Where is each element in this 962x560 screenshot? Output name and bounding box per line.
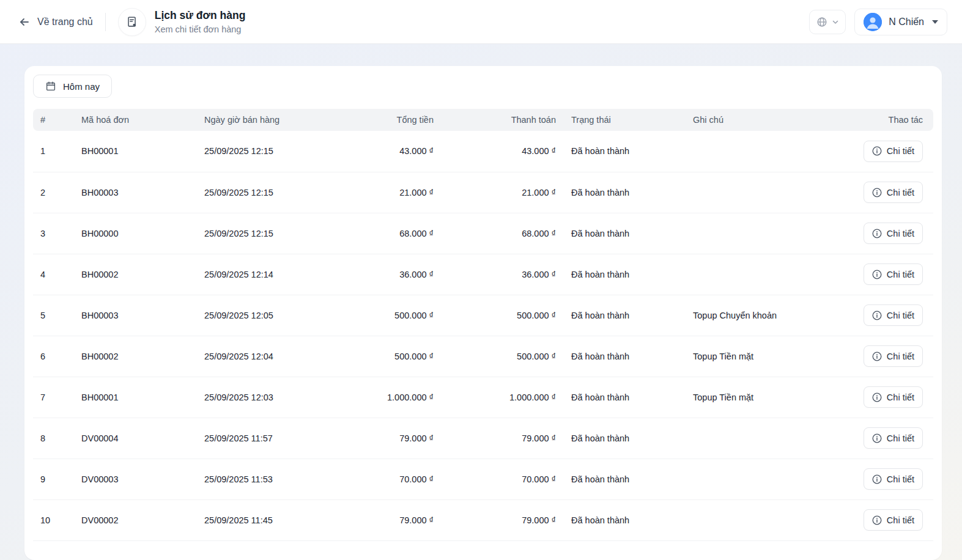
- detail-button-label: Chi tiết: [887, 146, 914, 156]
- row-invoice-code: BH00002: [81, 336, 204, 377]
- row-status: Đã hoàn thành: [556, 254, 693, 295]
- topbar: Về trang chủ Lịch sử đơn hàng Xem chi ti…: [0, 0, 962, 44]
- info-icon: [872, 270, 882, 279]
- row-total: 68.000 ₫: [385, 213, 434, 254]
- topbar-left: Về trang chủ Lịch sử đơn hàng Xem chi ti…: [18, 8, 245, 36]
- row-total: 79.000 ₫: [385, 418, 434, 459]
- row-total: 500.000 ₫: [385, 336, 434, 377]
- page-title-group: Lịch sử đơn hàng Xem chi tiết đơn hàng: [118, 8, 246, 36]
- row-note: Topup Tiền mặt: [693, 336, 853, 377]
- row-note: [693, 131, 853, 172]
- row-index: 6: [33, 336, 81, 377]
- row-invoice-code: DV00004: [81, 418, 204, 459]
- detail-button[interactable]: Chi tiết: [864, 427, 923, 449]
- row-note: [693, 213, 853, 254]
- info-icon: [872, 352, 882, 361]
- user-name: N Chiến: [889, 17, 924, 28]
- table-row: 3 BH00000 25/09/2025 12:15 68.000 ₫ 68.0…: [33, 213, 933, 254]
- detail-button[interactable]: Chi tiết: [864, 304, 923, 326]
- row-payment: 43.000 ₫: [434, 131, 556, 172]
- detail-button[interactable]: Chi tiết: [864, 468, 923, 490]
- col-note: Ghi chú: [693, 109, 853, 131]
- col-status: Trạng thái: [556, 109, 693, 131]
- invoice-icon-badge: [118, 8, 146, 36]
- table-row: 7 BH00001 25/09/2025 12:03 1.000.000 ₫ 1…: [33, 377, 933, 418]
- detail-button[interactable]: Chi tiết: [864, 509, 923, 531]
- table-header: # Mã hoá đơn Ngày giờ bán hàng Tổng tiền…: [33, 109, 933, 131]
- chevron-down-icon: [832, 18, 839, 26]
- row-datetime: 25/09/2025 11:45: [204, 499, 385, 540]
- language-selector[interactable]: [809, 10, 846, 34]
- detail-button[interactable]: Chi tiết: [864, 182, 923, 203]
- row-index: 1: [33, 131, 81, 172]
- row-datetime: 25/09/2025 11:57: [204, 418, 385, 459]
- row-total: 500.000 ₫: [385, 295, 434, 336]
- row-payment: 79.000 ₫: [434, 499, 556, 540]
- row-invoice-code: DV00003: [81, 459, 204, 499]
- row-note: Topup Tiền mặt: [693, 377, 853, 418]
- row-note: Topup Chuyển khoản: [693, 295, 853, 336]
- detail-button-label: Chi tiết: [887, 270, 914, 279]
- row-payment: 70.000 ₫: [434, 459, 556, 499]
- row-index: 9: [33, 459, 81, 499]
- row-invoice-code: BH00001: [81, 377, 204, 418]
- row-note: [693, 172, 853, 213]
- info-icon: [872, 515, 882, 525]
- order-history-card: Hôm nay # Mã hoá đơn Ngày giờ bán hàng T…: [24, 66, 942, 560]
- info-icon: [872, 188, 882, 197]
- detail-button-label: Chi tiết: [887, 392, 914, 402]
- date-filter-button[interactable]: Hôm nay: [33, 75, 112, 98]
- row-invoice-code: BH00001: [81, 131, 204, 172]
- col-total: Tổng tiền: [385, 109, 434, 131]
- row-note: [693, 254, 853, 295]
- row-invoice-code: BH00003: [81, 295, 204, 336]
- info-icon: [872, 311, 882, 320]
- detail-button[interactable]: Chi tiết: [864, 263, 923, 285]
- user-menu[interactable]: N Chiến: [854, 9, 947, 35]
- detail-button[interactable]: Chi tiết: [864, 386, 923, 408]
- detail-button-label: Chi tiết: [887, 515, 914, 525]
- row-invoice-code: BH00003: [81, 172, 204, 213]
- row-datetime: 25/09/2025 12:14: [204, 254, 385, 295]
- row-index: 4: [33, 254, 81, 295]
- avatar: [864, 13, 882, 31]
- col-action: Thao tác: [853, 109, 933, 131]
- info-icon: [872, 474, 882, 484]
- detail-button-label: Chi tiết: [887, 433, 914, 443]
- row-index: 8: [33, 418, 81, 459]
- row-payment: 79.000 ₫: [434, 418, 556, 459]
- info-icon: [872, 392, 882, 402]
- row-index: 7: [33, 377, 81, 418]
- row-index: 5: [33, 295, 81, 336]
- topbar-right: N Chiến: [809, 9, 947, 35]
- info-icon: [872, 433, 882, 443]
- detail-button-label: Chi tiết: [887, 311, 914, 320]
- row-payment: 1.000.000 ₫: [434, 377, 556, 418]
- invoice-receipt-icon: [125, 15, 139, 29]
- date-filter-label: Hôm nay: [63, 81, 100, 92]
- arrow-left-icon: [18, 16, 31, 28]
- row-payment: 36.000 ₫: [434, 254, 556, 295]
- row-status: Đã hoàn thành: [556, 377, 693, 418]
- row-status: Đã hoàn thành: [556, 459, 693, 499]
- detail-button[interactable]: Chi tiết: [864, 141, 923, 162]
- row-status: Đã hoàn thành: [556, 213, 693, 254]
- caret-down-icon: [932, 20, 938, 24]
- detail-button-label: Chi tiết: [887, 188, 914, 197]
- row-total: 36.000 ₫: [385, 254, 434, 295]
- detail-button[interactable]: Chi tiết: [864, 345, 923, 367]
- back-home-button[interactable]: Về trang chủ: [18, 16, 93, 28]
- table-body: 1 BH00001 25/09/2025 12:15 43.000 ₫ 43.0…: [33, 131, 933, 540]
- row-payment: 500.000 ₫: [434, 336, 556, 377]
- detail-button[interactable]: Chi tiết: [864, 223, 923, 244]
- row-invoice-code: BH00000: [81, 213, 204, 254]
- row-total: 1.000.000 ₫: [385, 377, 434, 418]
- row-index: 3: [33, 213, 81, 254]
- row-status: Đã hoàn thành: [556, 172, 693, 213]
- detail-button-label: Chi tiết: [887, 229, 914, 238]
- table-row: 1 BH00001 25/09/2025 12:15 43.000 ₫ 43.0…: [33, 131, 933, 172]
- row-datetime: 25/09/2025 12:05: [204, 295, 385, 336]
- row-invoice-code: BH00002: [81, 254, 204, 295]
- row-payment: 68.000 ₫: [434, 213, 556, 254]
- row-datetime: 25/09/2025 12:15: [204, 131, 385, 172]
